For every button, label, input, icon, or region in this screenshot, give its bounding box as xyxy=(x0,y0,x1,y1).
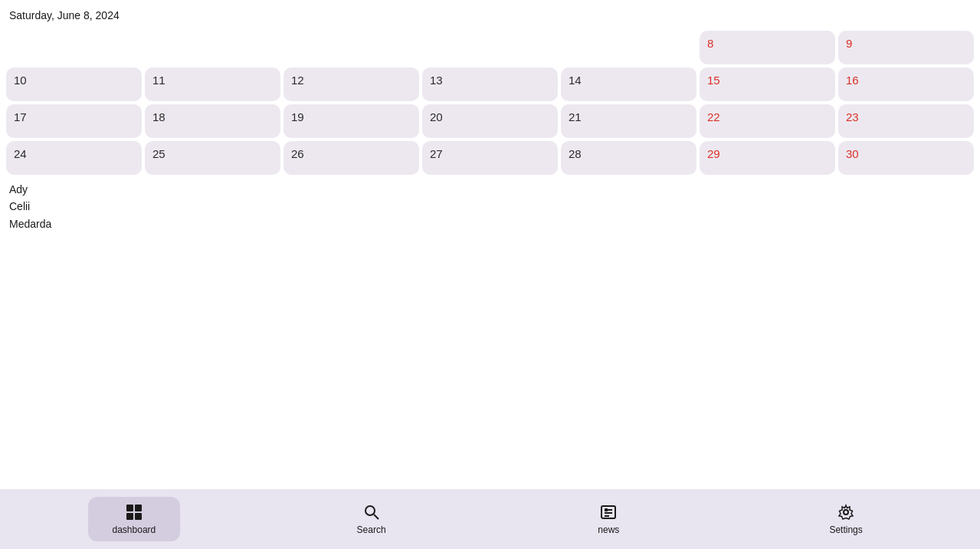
nav-label-dashboard: dashboard xyxy=(113,524,156,535)
main-content: Saturday, June 8, 2024 89101112131415161… xyxy=(0,0,980,489)
dashboard-icon xyxy=(125,503,143,521)
day-cell[interactable]: 22 xyxy=(700,104,835,138)
day-cell[interactable]: 21 xyxy=(561,104,696,138)
day-cell[interactable] xyxy=(145,31,280,64)
svg-line-1 xyxy=(374,514,379,519)
nav-label-search: Search xyxy=(357,524,386,535)
nav-label-settings: Settings xyxy=(829,524,862,535)
name-item: Ady xyxy=(9,181,971,198)
day-cell[interactable] xyxy=(561,31,696,64)
bottom-nav: dashboard Search news xyxy=(0,489,980,549)
day-cell[interactable]: 9 xyxy=(838,31,974,64)
name-item: Celii xyxy=(9,198,971,215)
nav-item-news[interactable]: news xyxy=(562,497,654,541)
news-icon xyxy=(599,503,618,521)
svg-point-7 xyxy=(844,510,848,514)
day-cell[interactable] xyxy=(6,31,142,64)
day-cell[interactable]: 26 xyxy=(284,141,419,175)
svg-point-0 xyxy=(365,506,375,515)
day-cell[interactable]: 10 xyxy=(6,67,142,101)
name-item: Medarda xyxy=(9,215,971,232)
day-cell[interactable]: 13 xyxy=(422,67,558,101)
nav-item-settings[interactable]: Settings xyxy=(800,497,892,541)
day-cell[interactable]: 20 xyxy=(422,104,558,138)
day-cell[interactable]: 14 xyxy=(561,67,696,101)
date-header: Saturday, June 8, 2024 xyxy=(6,9,974,21)
day-cell[interactable] xyxy=(284,31,419,64)
day-cell[interactable]: 8 xyxy=(700,31,835,64)
search-icon xyxy=(362,503,381,521)
day-cell[interactable] xyxy=(422,31,558,64)
day-cell[interactable]: 15 xyxy=(700,67,835,101)
day-cell[interactable]: 18 xyxy=(145,104,280,138)
day-cell[interactable]: 24 xyxy=(6,141,142,175)
day-cell[interactable]: 16 xyxy=(838,67,974,101)
nav-label-news: news xyxy=(598,524,619,535)
day-cell[interactable]: 29 xyxy=(700,141,835,175)
settings-icon xyxy=(837,503,855,521)
day-cell[interactable]: 30 xyxy=(838,141,974,175)
day-cell[interactable]: 17 xyxy=(6,104,142,138)
day-cell[interactable]: 23 xyxy=(838,104,974,138)
nav-item-dashboard[interactable]: dashboard xyxy=(88,497,180,541)
day-cell[interactable]: 25 xyxy=(145,141,280,175)
day-cell[interactable]: 28 xyxy=(561,141,696,175)
calendar-grid: 8910111213141516171819202122232425262728… xyxy=(6,31,974,175)
nav-item-search[interactable]: Search xyxy=(326,497,418,541)
day-cell[interactable]: 27 xyxy=(422,141,558,175)
day-cell[interactable]: 11 xyxy=(145,67,280,101)
day-cell[interactable]: 12 xyxy=(284,67,419,101)
names-section: AdyCeliiMedarda xyxy=(6,178,974,235)
svg-rect-6 xyxy=(605,508,608,511)
day-cell[interactable]: 19 xyxy=(284,104,419,138)
